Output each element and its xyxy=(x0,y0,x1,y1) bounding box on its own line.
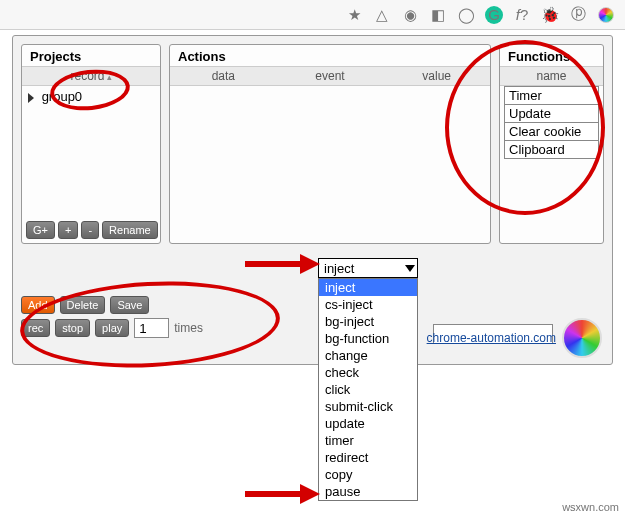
repeat-count-input[interactable] xyxy=(134,318,169,338)
functions-panel: Functions name Timer Update Clear cookie… xyxy=(499,44,604,244)
function-item[interactable]: Clipboard xyxy=(504,140,599,159)
svg-marker-3 xyxy=(300,484,320,504)
watermark: wsxwn.com xyxy=(562,501,619,513)
actions-body xyxy=(170,86,490,243)
projects-panel: Projects record group0 G+ + - Rename xyxy=(21,44,161,244)
event-select-value: inject xyxy=(324,261,354,276)
bug-icon[interactable]: 🐞 xyxy=(541,6,559,24)
event-option[interactable]: update xyxy=(319,415,417,432)
font-icon[interactable]: f? xyxy=(513,6,531,24)
extension-icon[interactable] xyxy=(597,6,615,24)
annotation-arrow xyxy=(245,484,320,507)
actions-column-value[interactable]: value xyxy=(383,67,490,85)
event-option[interactable]: redirect xyxy=(319,449,417,466)
actions-column-data[interactable]: data xyxy=(170,67,277,85)
expand-caret-icon[interactable] xyxy=(28,93,34,103)
event-option[interactable]: copy xyxy=(319,466,417,483)
event-option[interactable]: check xyxy=(319,364,417,381)
shield-icon[interactable]: ◯ xyxy=(457,6,475,24)
chevron-down-icon xyxy=(405,265,415,272)
delete-action-button[interactable]: Delete xyxy=(60,296,106,314)
event-dropdown: inject cs-inject bg-inject bg-function c… xyxy=(318,278,418,501)
functions-title: Functions xyxy=(500,45,603,66)
event-option[interactable]: pause xyxy=(319,483,417,500)
event-select-area: inject inject cs-inject bg-inject bg-fun… xyxy=(318,258,418,278)
functions-header-row: name xyxy=(500,66,603,86)
function-item[interactable]: Timer xyxy=(504,86,599,105)
event-option[interactable]: bg-function xyxy=(319,330,417,347)
gplus-button[interactable]: G+ xyxy=(26,221,55,239)
function-item[interactable]: Clear cookie xyxy=(504,122,599,141)
actions-panel: Actions data event value xyxy=(169,44,491,244)
functions-column-name[interactable]: name xyxy=(500,67,603,85)
tag-icon[interactable]: ◧ xyxy=(429,6,447,24)
projects-column-record[interactable]: record xyxy=(22,67,160,85)
functions-list: Timer Update Clear cookie Clipboard xyxy=(500,86,603,243)
event-select[interactable]: inject xyxy=(318,258,418,278)
rename-project-button[interactable]: Rename xyxy=(102,221,158,239)
projects-tree: group0 xyxy=(22,86,160,243)
add-project-button[interactable]: + xyxy=(58,221,78,239)
event-option[interactable]: submit-click xyxy=(319,398,417,415)
projects-title: Projects xyxy=(22,45,160,66)
projects-header-row: record xyxy=(22,66,160,86)
project-item-label: group0 xyxy=(42,89,82,104)
play-button[interactable]: play xyxy=(95,319,129,337)
browser-toolbar: ★ △ ◉ ◧ ◯ G f? 🐞 ⓟ xyxy=(0,0,625,30)
grammarly-icon[interactable]: G xyxy=(485,6,503,24)
logo-icon xyxy=(562,318,602,358)
control-row-1: Add Delete Save xyxy=(21,296,604,314)
add-action-button[interactable]: Add xyxy=(21,296,55,314)
camera-icon[interactable]: ◉ xyxy=(401,6,419,24)
times-label: times xyxy=(174,321,203,335)
actions-title: Actions xyxy=(170,45,490,66)
event-option[interactable]: bg-inject xyxy=(319,313,417,330)
event-option[interactable]: timer xyxy=(319,432,417,449)
actions-column-event[interactable]: event xyxy=(277,67,384,85)
stop-button[interactable]: stop xyxy=(55,319,90,337)
event-option[interactable]: change xyxy=(319,347,417,364)
remove-project-button[interactable]: - xyxy=(81,221,99,239)
save-button[interactable]: Save xyxy=(110,296,149,314)
star-icon[interactable]: ★ xyxy=(345,6,363,24)
function-item[interactable]: Update xyxy=(504,104,599,123)
automation-link[interactable]: chrome-automation.com xyxy=(427,331,556,345)
cloud-icon[interactable]: △ xyxy=(373,6,391,24)
footer-right: chrome-automation.com xyxy=(427,318,602,358)
project-item[interactable]: group0 xyxy=(22,86,160,107)
record-button[interactable]: rec xyxy=(21,319,50,337)
extension-popup: Projects record group0 G+ + - Rename Act… xyxy=(12,35,613,365)
event-option[interactable]: cs-inject xyxy=(319,296,417,313)
actions-header-row: data event value xyxy=(170,66,490,86)
event-option[interactable]: click xyxy=(319,381,417,398)
event-option[interactable]: inject xyxy=(319,279,417,296)
pinterest-icon[interactable]: ⓟ xyxy=(569,6,587,24)
projects-buttons: G+ + - Rename xyxy=(26,221,158,239)
